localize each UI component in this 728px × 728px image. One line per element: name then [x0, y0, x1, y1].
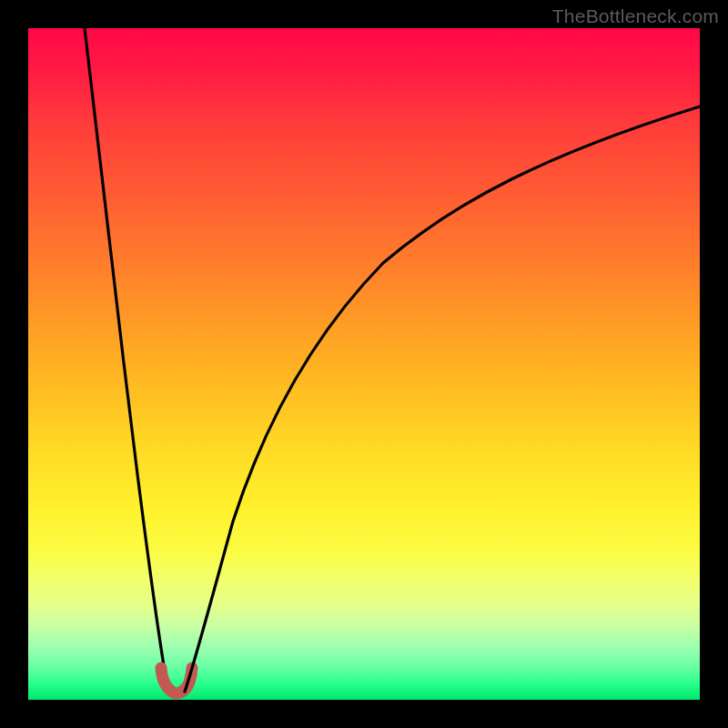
curve-layer — [28, 28, 700, 700]
plot-area — [28, 28, 700, 700]
chart-frame: TheBottleneck.com — [0, 0, 728, 728]
right-curve — [185, 106, 700, 692]
left-curve — [85, 28, 168, 692]
watermark-text: TheBottleneck.com — [552, 5, 719, 27]
